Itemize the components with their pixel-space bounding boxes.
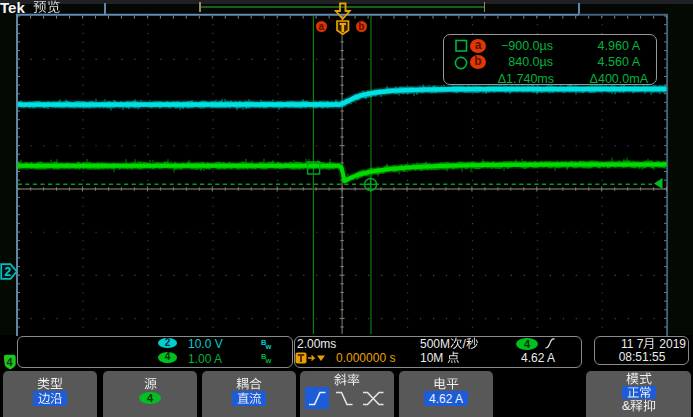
- svg-text:2: 2: [5, 265, 12, 279]
- svg-text:w: w: [265, 356, 272, 364]
- svg-text:w: w: [265, 342, 272, 350]
- svg-text:4: 4: [6, 356, 13, 368]
